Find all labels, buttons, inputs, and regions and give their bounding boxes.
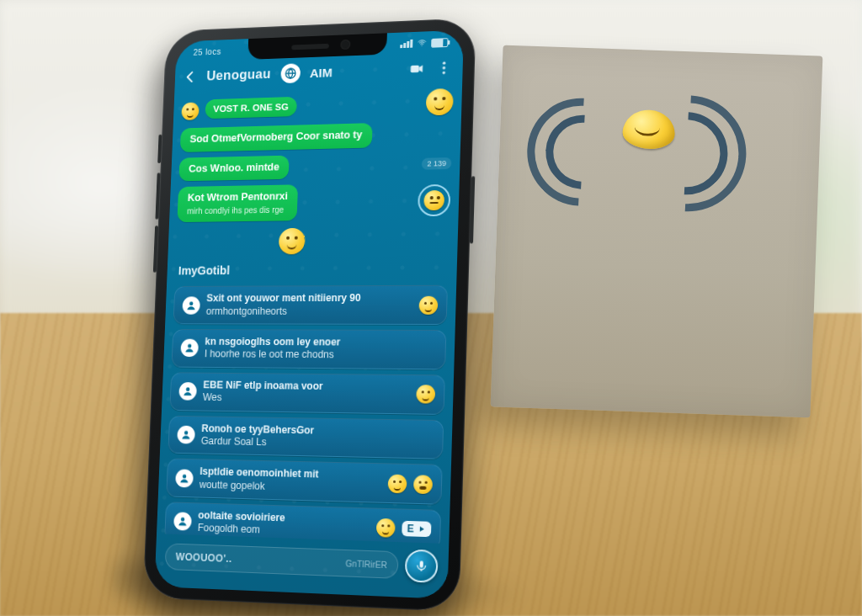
svg-point-0 [422, 45, 423, 46]
list-item[interactable]: Isptldie oenomoinhiet mit woutte gopelok [166, 459, 442, 505]
phone: 25 locs Uenoguau [143, 18, 476, 612]
emoji-smile-icon [388, 474, 407, 493]
emoji-smile-icon [416, 385, 435, 403]
more-vertical-icon [435, 59, 453, 76]
input-placeholder: WOOUOO'.. [175, 551, 231, 565]
composer: WOOUOO'.. GnTIRirER [154, 534, 449, 599]
mute-switch [157, 135, 162, 163]
scene: 25 locs Uenoguau [0, 0, 862, 616]
globe-icon [284, 66, 297, 80]
emoji-smile-icon [418, 296, 438, 315]
chat-title-left[interactable]: Uenoguau [206, 66, 271, 83]
message-meta: 2 139 [422, 157, 451, 170]
message-text: Sod OtmefVormoberg Coor snato ty [189, 129, 362, 145]
svg-point-6 [189, 301, 194, 305]
sent-bubble[interactable]: Cos Wnloo. mintde [178, 155, 289, 181]
svg-rect-12 [420, 560, 423, 567]
list-item-line1: EBE NiF etlp inoama voor [203, 379, 323, 391]
list-item[interactable]: EBE NiF etlp inoama voor Wes [169, 372, 444, 414]
list-item-line2: Gardur Soal Ls [201, 435, 434, 453]
list-item-line2: Wes [203, 391, 410, 407]
message-row[interactable]: Kot Wtrom Pentonrxi mirh condlyi ihs pes… [177, 182, 450, 222]
arrow-left-icon [182, 69, 198, 86]
emoji-smile-icon [426, 88, 454, 116]
emoji-smile-icon [181, 102, 199, 120]
message-list[interactable]: VOST R. ONE SG Sod OtmefVormoberg Coor s… [157, 85, 462, 544]
message-text: Cos Wnloo. mintde [189, 161, 279, 174]
list-item-line2: I hoorhe ros le oot me chodns [205, 348, 437, 363]
status-time: 25 locs [194, 46, 221, 56]
chat-avatar[interactable] [280, 63, 301, 83]
message-input[interactable]: WOOUOO'.. GnTIRirER [165, 543, 399, 579]
person-icon [184, 343, 195, 354]
section-label: ImyGotibl [178, 263, 449, 278]
sender-avatar [180, 339, 199, 357]
message-row[interactable]: Cos Wnloo. mintde 2 139 [178, 151, 451, 182]
sent-bubble[interactable]: VOST R. ONE SG [205, 97, 296, 119]
list-item[interactable]: kn nsgoioglhs oom ley enoer I hoorhe ros… [171, 329, 446, 369]
video-call-button[interactable] [407, 59, 428, 79]
phone-body: 25 locs Uenoguau [143, 18, 476, 612]
svg-point-7 [188, 344, 192, 348]
input-hint: GnTIRirER [345, 559, 387, 570]
emoji-wink-icon [423, 190, 444, 210]
person-icon [177, 516, 189, 528]
emoji-wink-icon [413, 475, 433, 494]
message-subtext: mirh condlyi ihs pes dis rge [187, 205, 288, 217]
person-icon [178, 472, 190, 484]
list-item-line2: woutte gopelok [200, 479, 381, 497]
play-chip[interactable]: E [402, 521, 431, 537]
chat-title-right[interactable]: AIM [310, 65, 333, 79]
more-button[interactable] [434, 57, 455, 77]
sticker-row [176, 226, 450, 256]
person-icon [180, 429, 192, 441]
battery-icon [431, 38, 448, 48]
sender-avatar [178, 382, 197, 401]
sent-bubble[interactable]: Sod OtmefVormoberg Coor snato ty [180, 123, 373, 152]
sender-avatar [175, 469, 194, 487]
signal-icon [400, 40, 412, 48]
message-text: VOST R. ONE SG [213, 102, 289, 114]
back-button[interactable] [179, 66, 200, 88]
person-icon [185, 300, 197, 311]
chip-label: E [407, 523, 414, 535]
svg-rect-2 [411, 66, 419, 73]
message-row[interactable]: Sod OtmefVormoberg Coor snato ty [180, 120, 453, 151]
svg-point-4 [443, 66, 445, 69]
sender-avatar [182, 296, 200, 314]
list-item-line1: ooltaite sovioiriere [198, 509, 285, 523]
received-list: Sxit ont youwor ment nitiienry 90 ormhon… [164, 285, 448, 544]
soundwave-graphic [535, 54, 736, 199]
avatar-ring[interactable] [418, 184, 451, 216]
svg-point-5 [443, 72, 445, 74]
list-item-line2: ormhontgoniheorts [206, 305, 412, 318]
sender-avatar [173, 512, 192, 531]
video-icon [408, 61, 426, 77]
mic-icon [414, 559, 428, 573]
person-icon [182, 385, 194, 397]
chat-app: 25 locs Uenoguau [154, 30, 463, 599]
screen: 25 locs Uenoguau [154, 30, 463, 599]
svg-point-8 [186, 387, 190, 391]
send-button[interactable] [405, 550, 439, 583]
emoji-smile-icon[interactable] [279, 228, 306, 255]
sent-bubble[interactable]: Kot Wtrom Pentonrxi mirh condlyi ihs pes… [177, 185, 298, 223]
svg-point-3 [443, 61, 445, 64]
emoji-smile-icon [376, 518, 396, 538]
list-item-line1: kn nsgoioglhs oom ley enoer [205, 336, 340, 348]
svg-point-9 [184, 431, 189, 435]
sender-avatar [177, 426, 195, 444]
list-item-line1: Sxit ont youwor ment nitiienry 90 [206, 292, 361, 304]
svg-point-11 [181, 518, 185, 522]
message-text: Kot Wtrom Pentonrxi [188, 191, 289, 204]
play-icon [418, 525, 427, 534]
svg-point-10 [183, 474, 187, 478]
message-row[interactable]: VOST R. ONE SG [181, 88, 454, 123]
list-item[interactable]: Sxit ont youwor ment nitiienry 90 ormhon… [173, 285, 448, 325]
wifi-icon [417, 38, 427, 48]
list-item[interactable]: Ronoh oe tyyBehersGor Gardur Soal Ls [168, 415, 444, 459]
list-item-line1: Ronoh oe tyyBehersGor [201, 422, 314, 436]
